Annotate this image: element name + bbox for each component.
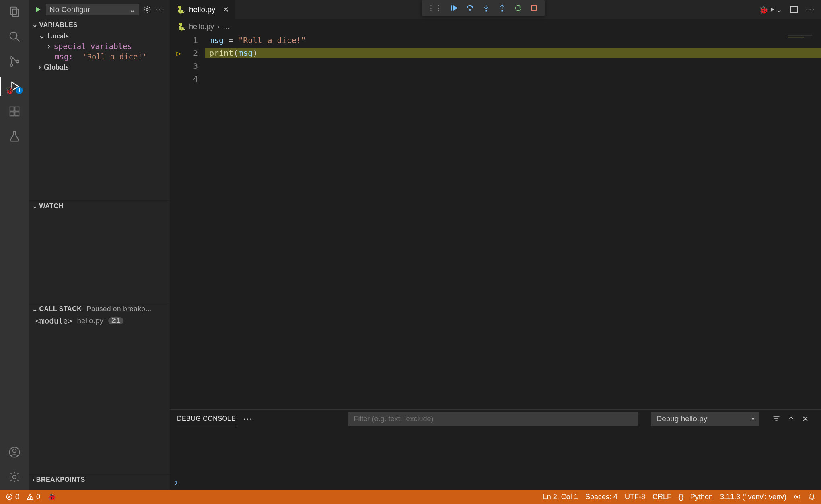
tab-hello[interactable]: 🐍 hello.py ✕ (170, 0, 236, 19)
chevron-down-icon (32, 305, 38, 313)
editor-area: 🐍 hello.py ✕ ⋮⋮ 🐞 ··· (170, 0, 821, 490)
svg-point-23 (502, 10, 503, 11)
more-icon[interactable]: ··· (155, 4, 165, 15)
svg-marker-18 (453, 5, 457, 10)
status-broadcast-icon[interactable] (794, 493, 801, 500)
code-editor[interactable]: 1 msg = "Roll a dice!" ▷ 2 print(msg) 3 (170, 34, 821, 409)
svg-point-21 (486, 10, 487, 11)
status-language[interactable]: {} Python (679, 493, 713, 501)
svg-rect-1 (12, 9, 19, 17)
variables-locals[interactable]: Locals (29, 30, 170, 41)
line-number: 1 (187, 35, 205, 45)
status-debug-icon[interactable]: 🐞 (47, 492, 56, 501)
debug-console-tab[interactable]: DEBUG CONSOLE (177, 413, 236, 425)
chevron-down-icon (129, 5, 136, 14)
split-editor-icon[interactable] (790, 5, 798, 14)
debug-badge: 1 (16, 87, 23, 94)
drag-handle-icon[interactable]: ⋮⋮ (427, 4, 442, 13)
settings-gear-icon[interactable] (8, 470, 21, 484)
editor-tabs: 🐍 hello.py ✕ ⋮⋮ 🐞 ··· (170, 0, 821, 19)
search-icon[interactable] (8, 30, 21, 43)
svg-point-36 (797, 496, 798, 498)
svg-line-3 (16, 38, 20, 42)
variables-special[interactable]: special variables (29, 41, 170, 51)
callstack-header[interactable]: CALL STACKPaused on breakp… (29, 303, 170, 315)
svg-point-16 (146, 9, 148, 11)
continue-button[interactable] (450, 4, 459, 12)
chevron-right-icon (175, 477, 178, 488)
svg-point-19 (469, 10, 471, 11)
status-errors[interactable]: 0 (6, 493, 19, 501)
breakpoints-header[interactable]: BREAKPOINTS (29, 475, 170, 485)
start-debug-icon[interactable] (34, 6, 42, 14)
run-debug-icon[interactable]: 🐞 1 (8, 80, 21, 93)
svg-point-5 (10, 64, 12, 66)
svg-marker-15 (36, 7, 41, 12)
python-icon: 🐍 (176, 5, 185, 14)
svg-marker-25 (771, 8, 774, 11)
svg-point-4 (10, 57, 12, 59)
step-out-button[interactable] (498, 4, 507, 12)
svg-point-13 (13, 449, 16, 453)
more-icon[interactable]: ··· (806, 4, 815, 15)
minimap[interactable] (785, 34, 821, 409)
variables-globals[interactable]: Globals (29, 62, 170, 72)
chevron-right-icon (32, 476, 35, 484)
stop-button[interactable] (530, 4, 539, 12)
status-warnings[interactable]: 0 (27, 493, 40, 501)
variable-msg[interactable]: msg: 'Roll a dice!' (29, 51, 170, 62)
debug-console-panel: DEBUG CONSOLE ··· Debug hello.py ✕ (170, 409, 821, 490)
svg-rect-10 (15, 112, 19, 116)
restart-button[interactable] (514, 4, 523, 12)
debug-config-select[interactable]: No Configur (46, 4, 139, 15)
chevron-down-icon (39, 31, 45, 40)
console-filter-input[interactable] (348, 412, 638, 426)
debug-config-label: No Configur (49, 5, 90, 14)
status-interpreter[interactable]: 3.11.3 ('.venv': venv) (720, 493, 786, 501)
collapse-icon[interactable] (788, 414, 795, 424)
python-icon: 🐍 (177, 22, 186, 31)
status-lncol[interactable]: Ln 2, Col 1 (543, 493, 578, 501)
status-spaces[interactable]: Spaces: 4 (585, 493, 617, 501)
testing-icon[interactable] (8, 129, 21, 143)
filter-icon[interactable] (772, 414, 780, 424)
chevron-right-icon (217, 23, 220, 31)
run-python-icon[interactable]: 🐞 (759, 5, 782, 14)
status-bell-icon[interactable] (808, 493, 815, 500)
chevron-down-icon (32, 21, 38, 29)
close-panel-icon[interactable]: ✕ (802, 414, 809, 424)
chevron-down-icon (32, 202, 38, 210)
chevron-down-icon (776, 5, 782, 14)
extensions-icon[interactable] (8, 104, 21, 118)
stack-frame[interactable]: <module> hello.py 2:1 (29, 315, 170, 327)
close-icon[interactable]: ✕ (223, 5, 229, 14)
chevron-right-icon (47, 42, 51, 51)
more-icon[interactable]: ··· (243, 414, 253, 424)
explorer-icon[interactable] (8, 5, 21, 18)
svg-point-2 (10, 32, 17, 39)
status-eol[interactable]: CRLF (652, 493, 671, 501)
line-number: 3 (187, 61, 205, 71)
variables-header[interactable]: VARIABLES (29, 19, 170, 30)
step-into-button[interactable] (482, 4, 491, 12)
step-over-button[interactable] (466, 4, 475, 12)
svg-rect-24 (531, 6, 536, 10)
status-bar: 0 0 🐞 Ln 2, Col 1 Spaces: 4 UTF-8 CRLF {… (0, 490, 821, 504)
watch-header[interactable]: WATCH (29, 201, 170, 211)
activity-bar: 🐞 1 (0, 0, 29, 490)
line-number: 2 (187, 48, 205, 58)
session-select[interactable]: Debug hello.py (651, 412, 759, 426)
svg-point-35 (30, 498, 31, 499)
current-line-icon: ▷ (177, 49, 181, 57)
line-number: 4 (187, 74, 205, 84)
status-encoding[interactable]: UTF-8 (625, 493, 645, 501)
gear-icon[interactable] (143, 6, 151, 14)
console-input[interactable] (170, 475, 821, 490)
breadcrumb[interactable]: 🐍 hello.py … (170, 19, 821, 34)
svg-point-14 (13, 475, 16, 479)
callstack-status: Paused on breakp… (86, 305, 152, 313)
accounts-icon[interactable] (8, 445, 21, 459)
svg-rect-11 (15, 107, 19, 111)
source-control-icon[interactable] (8, 55, 21, 68)
svg-point-6 (16, 60, 19, 63)
